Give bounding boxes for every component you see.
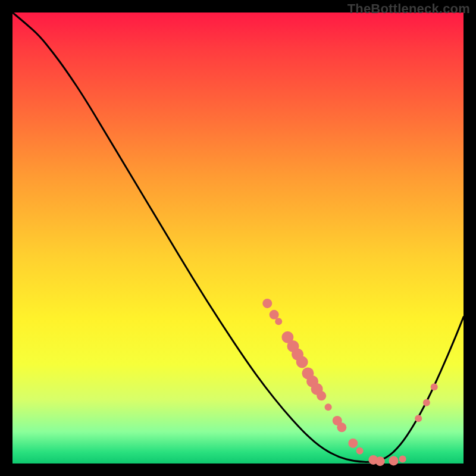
data-marker [337,422,346,432]
bottleneck-curve [12,12,464,462]
data-marker [415,415,422,422]
data-markers [262,299,437,466]
chart-svg [12,12,464,464]
data-marker [325,403,332,411]
data-marker [389,456,399,465]
data-marker [317,391,326,400]
data-marker [275,318,282,325]
data-marker [270,310,279,320]
watermark-text: TheBottleneck.com [347,1,470,17]
data-marker [423,399,430,406]
chart-plot-area [12,12,464,464]
data-marker [399,455,406,462]
data-marker [356,447,364,455]
data-marker [262,299,272,308]
data-marker [348,439,358,448]
data-marker [296,356,308,368]
data-marker [375,456,385,466]
data-marker [431,383,438,390]
